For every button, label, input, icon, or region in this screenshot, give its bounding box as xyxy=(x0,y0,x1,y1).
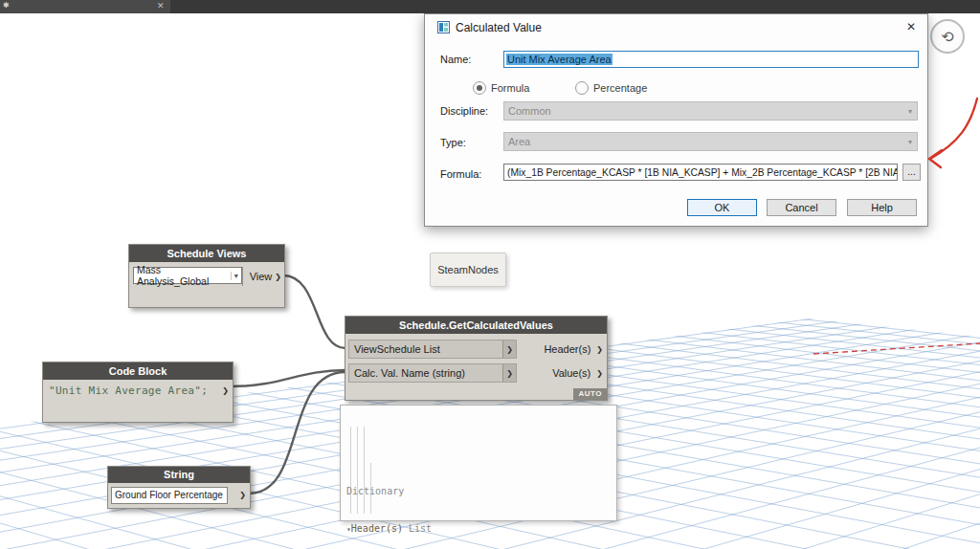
code-block-code[interactable]: "Unit Mix Average Area"; xyxy=(49,384,208,397)
node-title[interactable]: String xyxy=(108,467,250,483)
tree-guide xyxy=(364,427,365,514)
schedule-dropdown[interactable]: Mass Analysis_Global ▾ xyxy=(133,267,242,284)
radio-icon xyxy=(575,81,589,95)
tree-guide xyxy=(350,427,351,514)
output-port-headers[interactable]: Header(s) ❯ xyxy=(544,340,607,359)
node-body: Ground Floor Percentage ❯ xyxy=(108,483,250,507)
preview-headers-key: ▾Header(s) List xyxy=(346,522,611,536)
node-body: ViewSchedule List ❯ Header(s) ❯ Calc. Va… xyxy=(345,334,607,383)
type-label: Type: xyxy=(440,137,466,148)
formula-radio[interactable]: Formula xyxy=(473,81,529,95)
steamnodes-label[interactable]: SteamNodes xyxy=(430,253,506,287)
node-title[interactable]: Schedule Views xyxy=(129,245,284,262)
help-button[interactable]: Help xyxy=(847,199,917,216)
tree-guide xyxy=(357,427,358,514)
calculated-value-dialog: Calculated Value ✕ Name: Unit Mix Averag… xyxy=(424,13,928,227)
formula-label: Formula: xyxy=(440,168,481,180)
dialog-title: Calculated Value xyxy=(456,21,542,34)
output-port-values[interactable]: Value(s) ❯ xyxy=(552,363,607,383)
node-string[interactable]: String Ground Floor Percentage ❯ xyxy=(107,466,251,509)
name-label: Name: xyxy=(440,54,471,65)
formula-browse-button[interactable]: ... xyxy=(902,164,921,181)
node-schedule-getcalculatedvalues[interactable]: Schedule.GetCalculatedValues ViewSchedul… xyxy=(345,316,608,401)
radio-icon xyxy=(473,81,486,95)
wire[interactable] xyxy=(249,372,345,494)
name-input[interactable]: Unit Mix Average Area xyxy=(503,51,919,68)
output-port-view[interactable]: View ❯ xyxy=(242,267,284,286)
input-port-viewschedule-list[interactable]: ViewSchedule List ❯ xyxy=(348,340,517,359)
port-icon: ❯ xyxy=(502,364,516,382)
node-body: "Unit Mix Average Area"; ❯ xyxy=(43,380,233,421)
selected-text: Unit Mix Average Area xyxy=(506,54,612,65)
cancel-button[interactable]: Cancel xyxy=(767,199,836,216)
port-icon: ❯ xyxy=(272,273,284,281)
canvas-tab-bar: ✱ ✕ xyxy=(0,0,980,13)
node-title[interactable]: Code Block xyxy=(43,362,233,380)
dialog-titlebar[interactable]: Calculated Value ✕ xyxy=(425,14,927,40)
percentage-radio[interactable]: Percentage xyxy=(575,81,647,95)
node-code-block[interactable]: Code Block "Unit Mix Average Area"; ❯ xyxy=(42,362,234,423)
unsaved-indicator-icon: ✱ xyxy=(3,1,10,10)
node-title[interactable]: Schedule.GetCalculatedValues xyxy=(345,317,607,334)
port-icon: ❯ xyxy=(502,340,516,358)
output-port-icon[interactable]: ❯ xyxy=(239,491,250,499)
preview-root: Dictionary xyxy=(346,485,611,497)
port-icon: ❯ xyxy=(590,369,607,378)
wire[interactable] xyxy=(232,370,345,386)
formula-input[interactable]: (Mix_1B Percentage_KCASP * [1B NIA_KCASP… xyxy=(503,164,898,181)
wire[interactable] xyxy=(283,275,345,348)
discipline-label: Discipline: xyxy=(440,105,488,117)
string-input[interactable]: Ground Floor Percentage xyxy=(111,487,228,504)
chevron-down-icon: ▾ xyxy=(231,272,241,280)
lacing-badge[interactable]: AUTO xyxy=(573,387,607,400)
node-preview-bubble: Dictionary ▾Header(s) List 0 Ground Floo… xyxy=(340,405,617,521)
close-icon[interactable]: ✕ xyxy=(906,20,916,33)
discipline-select[interactable]: Common ▾ xyxy=(503,101,918,121)
input-port-calc-val-name[interactable]: Calc. Val. Name (string) ❯ xyxy=(348,363,517,383)
output-port-icon[interactable]: ❯ xyxy=(222,384,233,395)
chevron-down-icon: ▾ xyxy=(908,107,917,116)
chevron-down-icon: ▾ xyxy=(908,138,917,146)
ok-button[interactable]: OK xyxy=(687,199,757,216)
node-body: Mass Analysis_Global ▾ View ❯ xyxy=(129,262,284,306)
canvas-tab[interactable]: ✱ ✕ xyxy=(0,0,170,13)
node-schedule-views[interactable]: Schedule Views Mass Analysis_Global ▾ Vi… xyxy=(128,244,285,308)
port-icon: ❯ xyxy=(590,345,607,354)
tab-close-icon[interactable]: ✕ xyxy=(157,1,165,11)
type-select[interactable]: Area ▾ xyxy=(503,132,918,151)
calculated-value-icon xyxy=(437,21,450,33)
